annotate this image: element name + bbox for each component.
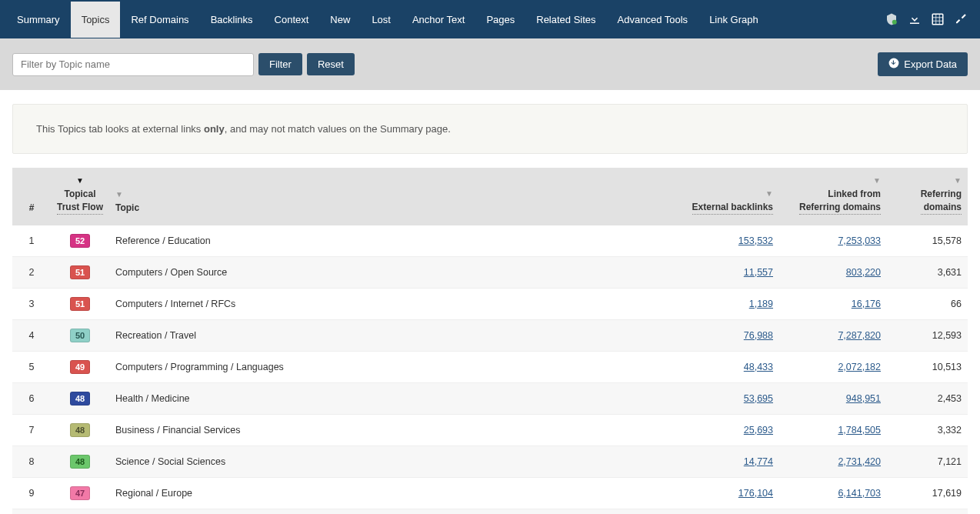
table-row: 152Reference / Education153,5327,253,033… xyxy=(12,225,968,257)
table-row: 748Business / Financial Services25,6931,… xyxy=(12,414,968,446)
row-number: 7 xyxy=(12,414,51,446)
trust-flow-badge: 48 xyxy=(51,446,109,477)
referring-domains: 17,619 xyxy=(887,477,968,509)
external-backlinks-link[interactable]: 25,693 xyxy=(656,414,779,446)
linked-from-link[interactable]: 803,220 xyxy=(779,256,887,288)
nav-backlinks[interactable]: Backlinks xyxy=(200,2,264,38)
linked-from-link[interactable]: 948,951 xyxy=(779,382,887,414)
export-data-button[interactable]: Export Data xyxy=(878,52,968,76)
nav-ref-domains[interactable]: Ref Domains xyxy=(120,2,199,38)
topic-name: Science / Social Sciences xyxy=(109,446,656,477)
topic-name: Computers / Programming / Languages xyxy=(109,351,656,382)
nav-new[interactable]: New xyxy=(319,2,361,38)
external-backlinks-link[interactable]: 53,695 xyxy=(656,382,779,414)
linked-from-link[interactable]: 7,287,820 xyxy=(779,319,887,351)
table-row: 1047Recreation / Food107,827698,4473,129 xyxy=(12,509,968,514)
external-backlinks-link[interactable]: 14,774 xyxy=(656,446,779,477)
nav-anchor-text[interactable]: Anchor Text xyxy=(402,2,475,38)
trust-flow-badge: 52 xyxy=(51,225,109,257)
external-backlinks-link[interactable]: 1,189 xyxy=(656,288,779,319)
row-number: 8 xyxy=(12,446,51,477)
spreadsheet-icon[interactable] xyxy=(931,12,945,26)
table-row: 947Regional / Europe176,1046,141,70317,6… xyxy=(12,477,968,509)
row-number: 9 xyxy=(12,477,51,509)
referring-domains: 3,129 xyxy=(887,509,968,514)
external-backlinks-link[interactable]: 48,433 xyxy=(656,351,779,382)
col-topic[interactable]: ▼Topic xyxy=(109,168,656,225)
tools-icon[interactable] xyxy=(954,12,968,26)
main-nav: SummaryTopicsRef DomainsBacklinksContext… xyxy=(0,0,980,38)
external-backlinks-link[interactable]: 153,532 xyxy=(656,225,779,257)
linked-from-link[interactable]: 7,253,033 xyxy=(779,225,887,257)
external-backlinks-link[interactable]: 76,988 xyxy=(656,319,779,351)
linked-from-link[interactable]: 16,176 xyxy=(779,288,887,319)
shield-icon[interactable] xyxy=(885,12,898,26)
svg-point-0 xyxy=(892,20,897,25)
nav-advanced-tools[interactable]: Advanced Tools xyxy=(607,2,699,38)
row-number: 3 xyxy=(12,288,51,319)
col-referring-domains[interactable]: ▼Referringdomains xyxy=(887,168,968,225)
row-number: 4 xyxy=(12,319,51,351)
table-row: 848Science / Social Sciences14,7742,731,… xyxy=(12,446,968,477)
referring-domains: 7,121 xyxy=(887,446,968,477)
col-external-backlinks[interactable]: ▼External backlinks xyxy=(656,168,779,225)
info-banner: This Topics tab looks at external links … xyxy=(12,104,968,154)
topic-name: Business / Financial Services xyxy=(109,414,656,446)
linked-from-link[interactable]: 1,784,505 xyxy=(779,414,887,446)
filter-button[interactable]: Filter xyxy=(258,53,302,75)
referring-domains: 2,453 xyxy=(887,382,968,414)
linked-from-link[interactable]: 6,141,703 xyxy=(779,477,887,509)
table-row: 251Computers / Open Source11,557803,2203… xyxy=(12,256,968,288)
table-row: 549Computers / Programming / Languages48… xyxy=(12,351,968,382)
nav-lost[interactable]: Lost xyxy=(361,2,402,38)
table-row: 450Recreation / Travel76,9887,287,82012,… xyxy=(12,319,968,351)
referring-domains: 10,513 xyxy=(887,351,968,382)
linked-from-link[interactable]: 2,731,420 xyxy=(779,446,887,477)
linked-from-link[interactable]: 2,072,182 xyxy=(779,351,887,382)
nav-topics[interactable]: Topics xyxy=(71,2,121,38)
topic-name: Regional / Europe xyxy=(109,477,656,509)
topic-name: Health / Medicine xyxy=(109,382,656,414)
trust-flow-badge: 50 xyxy=(51,319,109,351)
nav-pages[interactable]: Pages xyxy=(475,2,525,38)
reset-button[interactable]: Reset xyxy=(307,53,355,75)
table-row: 351Computers / Internet / RFCs1,18916,17… xyxy=(12,288,968,319)
col-trust-flow[interactable]: ▼TopicalTrust Flow xyxy=(51,168,109,225)
topic-filter-input[interactable] xyxy=(12,53,254,76)
row-number: 10 xyxy=(12,509,51,514)
referring-domains: 3,631 xyxy=(887,256,968,288)
export-label: Export Data xyxy=(904,58,957,70)
trust-flow-badge: 49 xyxy=(51,351,109,382)
nav-link-graph[interactable]: Link Graph xyxy=(698,2,769,38)
col-linked-from[interactable]: ▼Linked fromReferring domains xyxy=(779,168,887,225)
nav-related-sites[interactable]: Related Sites xyxy=(525,2,606,38)
referring-domains: 66 xyxy=(887,288,968,319)
trust-flow-badge: 51 xyxy=(51,288,109,319)
trust-flow-badge: 47 xyxy=(51,477,109,509)
external-backlinks-link[interactable]: 107,827 xyxy=(656,509,779,514)
topic-name: Recreation / Travel xyxy=(109,319,656,351)
row-number: 6 xyxy=(12,382,51,414)
referring-domains: 15,578 xyxy=(887,225,968,257)
row-number: 2 xyxy=(12,256,51,288)
topics-table: # ▼TopicalTrust Flow ▼Topic ▼External ba… xyxy=(12,168,968,514)
referring-domains: 12,593 xyxy=(887,319,968,351)
external-backlinks-link[interactable]: 11,557 xyxy=(656,256,779,288)
nav-context[interactable]: Context xyxy=(264,2,320,38)
trust-flow-badge: 48 xyxy=(51,414,109,446)
topic-name: Computers / Open Source xyxy=(109,256,656,288)
topic-name: Computers / Internet / RFCs xyxy=(109,288,656,319)
topic-name: Recreation / Food xyxy=(109,509,656,514)
trust-flow-badge: 47 xyxy=(51,509,109,514)
col-number[interactable]: # xyxy=(12,168,51,225)
topic-name: Reference / Education xyxy=(109,225,656,257)
linked-from-link[interactable]: 698,447 xyxy=(779,509,887,514)
row-number: 1 xyxy=(12,225,51,257)
filter-bar: Filter Reset Export Data xyxy=(0,38,980,90)
download-icon[interactable] xyxy=(908,12,922,26)
external-backlinks-link[interactable]: 176,104 xyxy=(656,477,779,509)
row-number: 5 xyxy=(12,351,51,382)
download-circle-icon xyxy=(888,58,899,71)
trust-flow-badge: 51 xyxy=(51,256,109,288)
nav-summary[interactable]: Summary xyxy=(6,2,71,38)
